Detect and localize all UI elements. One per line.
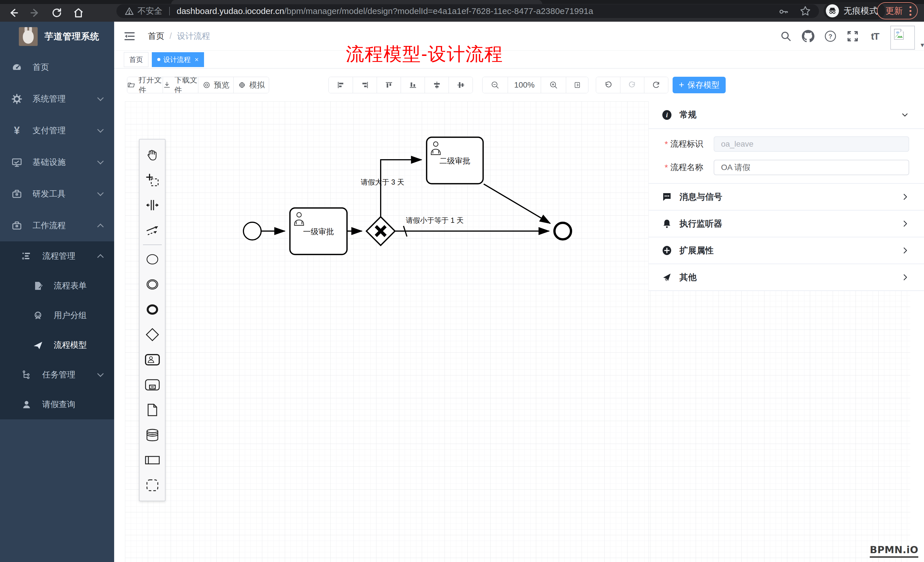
- start-event-node[interactable]: [243, 222, 261, 240]
- zoom-reset-button[interactable]: [566, 77, 588, 93]
- bpmn-canvas[interactable]: 一级审批 二级审批: [114, 101, 924, 562]
- align-left-button[interactable]: [329, 77, 353, 93]
- data-store-icon[interactable]: [140, 423, 165, 448]
- paper-plane-icon: [33, 340, 44, 351]
- required-mark: *: [664, 163, 668, 172]
- tab-close-icon[interactable]: ×: [195, 56, 199, 63]
- sidebar-item-process-form[interactable]: 流程表单: [0, 271, 114, 301]
- sidebar-item-label: 研发工具: [33, 188, 66, 200]
- sidebar-item-leave-query[interactable]: 请假查询: [0, 390, 114, 420]
- chevron-down-icon[interactable]: [901, 111, 909, 119]
- open-file-button[interactable]: 打开文件: [127, 77, 163, 93]
- breadcrumb-home[interactable]: 首页: [148, 30, 164, 42]
- other-row[interactable]: 其他: [649, 264, 924, 291]
- align-middle-button[interactable]: [424, 77, 448, 93]
- sidebar-item-task-management[interactable]: 任务管理: [0, 360, 114, 390]
- group-icon[interactable]: [140, 473, 165, 498]
- task1-node[interactable]: 一级审批: [290, 208, 347, 255]
- logo-avatar: [19, 27, 38, 46]
- browser-update-button[interactable]: 更新: [877, 2, 918, 19]
- undo-button[interactable]: [596, 77, 620, 93]
- restart-button[interactable]: [644, 77, 668, 93]
- extended-properties-row[interactable]: 扩展属性: [649, 237, 924, 264]
- edge-label-greater-3-days[interactable]: 请假大于 3 天: [361, 178, 404, 186]
- sidebar-item-infrastructure[interactable]: 基础设施: [0, 146, 114, 178]
- exclusive-gateway-node[interactable]: [366, 217, 395, 245]
- security-warning[interactable]: 不安全: [124, 5, 162, 17]
- sidebar-item-process-model[interactable]: 流程模型: [0, 330, 114, 360]
- plus-circle-icon: [662, 245, 672, 256]
- security-label: 不安全: [138, 5, 162, 17]
- sidebar-item-label: 用户分组: [54, 310, 87, 321]
- download-file-button[interactable]: 下载文件: [163, 77, 198, 93]
- chevron-right-icon: [901, 273, 909, 281]
- bpmn-palette: [139, 139, 165, 501]
- fullscreen-icon[interactable]: [846, 29, 860, 43]
- redo-button[interactable]: [620, 77, 644, 93]
- sidebar-item-devtools[interactable]: 研发工具: [0, 178, 114, 210]
- sidebar-item-label: 工作流程: [33, 220, 66, 231]
- process-name-input[interactable]: [714, 160, 909, 175]
- sidebar-item-payment[interactable]: ¥ 支付管理: [0, 115, 114, 146]
- align-bottom-button[interactable]: [400, 77, 424, 93]
- browser-menu-icon[interactable]: [909, 6, 912, 16]
- chevron-down-icon: [97, 370, 104, 377]
- end-event-node[interactable]: [555, 223, 571, 239]
- zoom-out-button[interactable]: [483, 77, 508, 93]
- browser-back-button[interactable]: [8, 7, 20, 19]
- address-bar[interactable]: 不安全 dashboard.yudao.iocoder.cn/bpm/manag…: [116, 4, 819, 18]
- general-section-header[interactable]: i 常规: [649, 101, 924, 128]
- bookmark-star-icon[interactable]: [800, 5, 811, 17]
- browser-home-button[interactable]: [72, 7, 84, 19]
- user-avatar[interactable]: ▼: [890, 25, 915, 50]
- user-task-icon[interactable]: [140, 347, 165, 372]
- avatar-caret-icon[interactable]: ▼: [920, 42, 924, 48]
- search-icon[interactable]: [779, 29, 793, 43]
- flow-task2-to-end[interactable]: [484, 184, 550, 223]
- help-icon[interactable]: ?: [824, 29, 837, 43]
- start-event-icon[interactable]: [140, 247, 165, 272]
- lasso-tool-icon[interactable]: [140, 168, 165, 193]
- execution-listener-row[interactable]: 执行监听器: [649, 211, 924, 237]
- space-tool-icon[interactable]: [140, 193, 165, 218]
- incognito-label: 无痕模式: [843, 5, 878, 17]
- participant-pool-icon[interactable]: [140, 448, 165, 473]
- font-size-icon[interactable]: tT: [868, 29, 882, 43]
- sidebar-item-process-management[interactable]: 流程管理: [0, 241, 114, 271]
- sidebar-item-label: 流程管理: [42, 250, 75, 262]
- password-key-icon[interactable]: [778, 6, 789, 16]
- tab-design-process[interactable]: 设计流程 ×: [152, 52, 204, 67]
- align-top-button[interactable]: [376, 77, 400, 93]
- github-icon[interactable]: [801, 29, 815, 43]
- sidebar-collapse-icon[interactable]: [124, 30, 135, 42]
- hand-tool-icon[interactable]: [140, 142, 165, 168]
- app-title: 芋道管理系统: [45, 30, 99, 42]
- end-event-icon[interactable]: [140, 297, 165, 322]
- sidebar-item-label: 基础设施: [33, 157, 66, 168]
- edge-label-less-equal-1-day[interactable]: 请假小于等于 1 天: [406, 216, 464, 224]
- tab-home[interactable]: 首页: [124, 52, 148, 67]
- save-model-button[interactable]: + 保存模型: [673, 77, 726, 93]
- align-right-button[interactable]: [353, 77, 376, 93]
- simulate-button[interactable]: 模拟: [233, 77, 269, 93]
- subprocess-icon[interactable]: [140, 372, 165, 397]
- chevron-down-icon: [97, 189, 104, 196]
- sidebar-item-system[interactable]: 系统管理: [0, 83, 114, 115]
- browser-forward-button[interactable]: [29, 7, 41, 19]
- messages-signals-row[interactable]: 消息与信号: [649, 184, 924, 211]
- sidebar-item-workflow[interactable]: 工作流程: [0, 210, 114, 241]
- intermediate-event-icon[interactable]: [140, 272, 165, 297]
- align-center-button[interactable]: [448, 77, 472, 93]
- data-object-icon[interactable]: [140, 397, 165, 423]
- process-key-input[interactable]: [714, 136, 909, 152]
- zoom-in-button[interactable]: [541, 77, 566, 93]
- task2-node[interactable]: 二级审批: [427, 137, 483, 184]
- browser-reload-button[interactable]: [51, 7, 63, 19]
- global-connect-tool-icon[interactable]: [140, 218, 165, 243]
- sidebar-item-user-group[interactable]: 用户分组: [0, 301, 114, 330]
- gateway-icon[interactable]: [140, 322, 165, 347]
- preview-button[interactable]: 预览: [198, 77, 233, 93]
- sidebar-item-home[interactable]: 首页: [0, 51, 114, 83]
- app-logo[interactable]: 芋道管理系统: [0, 22, 114, 51]
- flow-gateway-to-task2[interactable]: [381, 160, 422, 217]
